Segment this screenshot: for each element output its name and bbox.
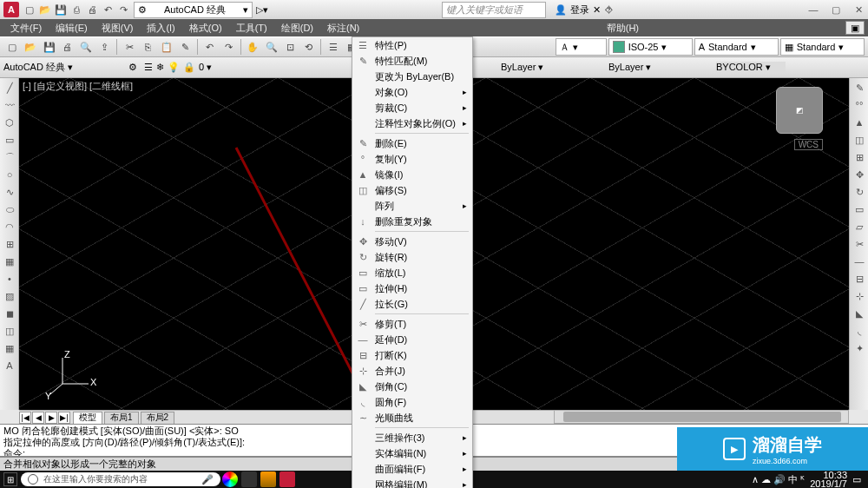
menu-help[interactable]: 帮助(H) <box>600 20 646 36</box>
app-icon[interactable]: A <box>3 2 19 17</box>
context-menu-item[interactable]: ◫偏移(S) <box>352 182 472 198</box>
viewcube[interactable]: ◩ <box>776 87 823 134</box>
match-icon[interactable]: ✎ <box>177 38 194 56</box>
undo-icon[interactable]: ↶ <box>201 38 218 56</box>
ribbon-min-icon[interactable]: ▣ <box>845 21 865 35</box>
copy2-icon[interactable]: °° <box>852 97 867 113</box>
context-menu-item[interactable]: °复制(Y) <box>352 151 472 167</box>
array-icon[interactable]: ⊞ <box>852 149 867 165</box>
pan-icon[interactable]: ✋ <box>245 38 261 56</box>
rect-icon[interactable]: ▭ <box>2 132 17 148</box>
ellipse-icon[interactable]: ⬭ <box>2 201 17 217</box>
move-icon[interactable]: ✥ <box>852 167 867 182</box>
saveas-icon[interactable]: ⎙ <box>69 3 83 16</box>
mtext-icon[interactable]: A <box>2 358 17 373</box>
new-icon[interactable]: ▢ <box>3 38 20 56</box>
explode-icon[interactable]: ✦ <box>852 340 867 356</box>
rotate-icon[interactable]: ↻ <box>852 184 867 200</box>
zoomprev-icon[interactable]: ⟲ <box>300 38 317 56</box>
clock[interactable]: 10:33 2019/1/7 <box>810 471 847 488</box>
linetype-dropdown[interactable]: ByLayer ▾ <box>608 62 713 73</box>
gear-icon[interactable]: ⚙ <box>128 62 137 73</box>
open-icon[interactable]: 📂 <box>38 3 52 16</box>
circle-icon[interactable]: ○ <box>2 167 17 182</box>
context-menu-item[interactable]: ▲镜像(I) <box>352 167 472 182</box>
workspace2-dropdown[interactable]: AutoCAD 经典 ▾ <box>3 61 125 74</box>
mirror-icon[interactable]: ▲ <box>852 115 867 130</box>
textstyle-dropdown[interactable]: A Standard ▾ <box>694 38 779 56</box>
context-menu-item[interactable]: ╱拉长(G) <box>352 296 472 312</box>
pline-icon[interactable]: 〰 <box>2 97 17 113</box>
workspace-dropdown[interactable]: ⚙ AutoCAD 经典 ▾ <box>134 2 253 18</box>
menu-tools[interactable]: 工具(T) <box>229 20 274 36</box>
tab-nav-next[interactable]: ▶ <box>45 412 57 424</box>
context-menu-item[interactable]: ▭缩放(L) <box>352 265 472 280</box>
context-menu-item[interactable]: —延伸(D) <box>352 332 472 347</box>
tab-layout1[interactable]: 布局1 <box>104 412 139 424</box>
wcs-label[interactable]: WCS <box>794 139 823 150</box>
trim-icon[interactable]: ✂ <box>852 236 867 252</box>
redo-icon[interactable]: ↷ <box>116 3 130 16</box>
dropdown-caret-icon[interactable]: ▾ <box>263 4 268 16</box>
taskbar-app-colorwheel[interactable] <box>222 472 238 487</box>
context-menu-item[interactable]: ✎特性匹配(M) <box>352 53 472 69</box>
context-menu-item[interactable]: ✥移动(V) <box>352 234 472 249</box>
context-menu-item[interactable]: 网格编辑(M)▸ <box>352 477 472 488</box>
context-menu-item[interactable]: 注释性对象比例(O)▸ <box>352 115 472 131</box>
layer-lock-icon[interactable]: 🔒 <box>183 62 195 73</box>
layer-dropdown[interactable]: 0 ▾ <box>199 62 251 73</box>
view-label[interactable]: [-] [自定义视图] [二维线框] <box>23 80 133 93</box>
publish-icon[interactable]: ⇪ <box>96 38 113 56</box>
close-button[interactable]: ✕ <box>852 4 865 16</box>
context-menu-item[interactable]: ◟圆角(F) <box>352 394 472 410</box>
annoscale-dropdown[interactable]: Ａ▾ <box>556 38 606 56</box>
redo-icon[interactable]: ↷ <box>220 38 236 56</box>
tab-layout2[interactable]: 布局2 <box>141 412 175 424</box>
open-icon[interactable]: 📂 <box>22 38 38 56</box>
cut-icon[interactable]: ✂ <box>121 38 137 56</box>
context-menu-item[interactable]: ⊟打断(K) <box>352 347 472 363</box>
context-menu-item[interactable]: 三维操作(3)▸ <box>352 430 472 445</box>
stretch-icon[interactable]: ▱ <box>852 219 867 234</box>
block-icon[interactable]: ▦ <box>2 254 17 269</box>
break-icon[interactable]: ⊟ <box>852 271 867 287</box>
zoomwin-icon[interactable]: ⊡ <box>282 38 299 56</box>
tab-model[interactable]: 模型 <box>73 412 102 424</box>
point-icon[interactable]: • <box>2 271 17 287</box>
tablestyle-dropdown[interactable]: ▦ Standard ▾ <box>780 38 865 56</box>
search-input[interactable]: 键入关键字或短语 <box>442 2 546 18</box>
menu-dim[interactable]: 标注(N) <box>320 20 366 36</box>
tab-nav-first[interactable]: |◀ <box>19 412 31 424</box>
new-icon[interactable]: ▢ <box>23 3 36 16</box>
zoom-icon[interactable]: 🔍 <box>263 38 279 56</box>
arc-icon[interactable]: ⌒ <box>2 149 17 165</box>
fillet-icon[interactable]: ◟ <box>852 323 867 339</box>
ellipsearc-icon[interactable]: ◠ <box>2 219 17 234</box>
save-icon[interactable]: 💾 <box>54 3 68 16</box>
context-menu-item[interactable]: 曲面编辑(F)▸ <box>352 461 472 477</box>
context-menu-item[interactable]: ◣倒角(C) <box>352 379 472 394</box>
exchange-icon[interactable]: ✕ <box>593 4 601 16</box>
tray-icons[interactable]: ∧ ☁ 🔊 中 ᴷ <box>752 473 805 486</box>
menu-view[interactable]: 视图(V) <box>95 20 141 36</box>
print-icon[interactable]: 🖨 <box>59 38 76 56</box>
context-menu-item[interactable]: ☰特性(P) <box>352 37 472 53</box>
taskbar-app-movies[interactable] <box>241 472 257 487</box>
save-icon[interactable]: 💾 <box>41 38 57 56</box>
menu-format[interactable]: 格式(O) <box>182 20 229 36</box>
minimize-button[interactable]: — <box>807 4 819 16</box>
menu-draw[interactable]: 绘图(D) <box>274 20 320 36</box>
chamfer-icon[interactable]: ◣ <box>852 306 867 321</box>
tab-nav-last[interactable]: ▶| <box>58 412 70 424</box>
extend-icon[interactable]: — <box>852 254 867 269</box>
offset-icon[interactable]: ◫ <box>852 132 867 148</box>
taskbar-app-autocad[interactable] <box>279 472 295 487</box>
context-menu-item[interactable]: ↓删除重复对象 <box>352 214 472 229</box>
undo-icon[interactable]: ↶ <box>101 3 115 16</box>
polygon-icon[interactable]: ⬡ <box>2 115 17 130</box>
hatch-icon[interactable]: ▨ <box>2 288 17 304</box>
region-icon[interactable]: ◫ <box>2 323 17 339</box>
table-icon[interactable]: ▦ <box>2 340 17 356</box>
maximize-button[interactable]: ▢ <box>830 4 842 16</box>
line-icon[interactable]: ╱ <box>2 80 17 96</box>
